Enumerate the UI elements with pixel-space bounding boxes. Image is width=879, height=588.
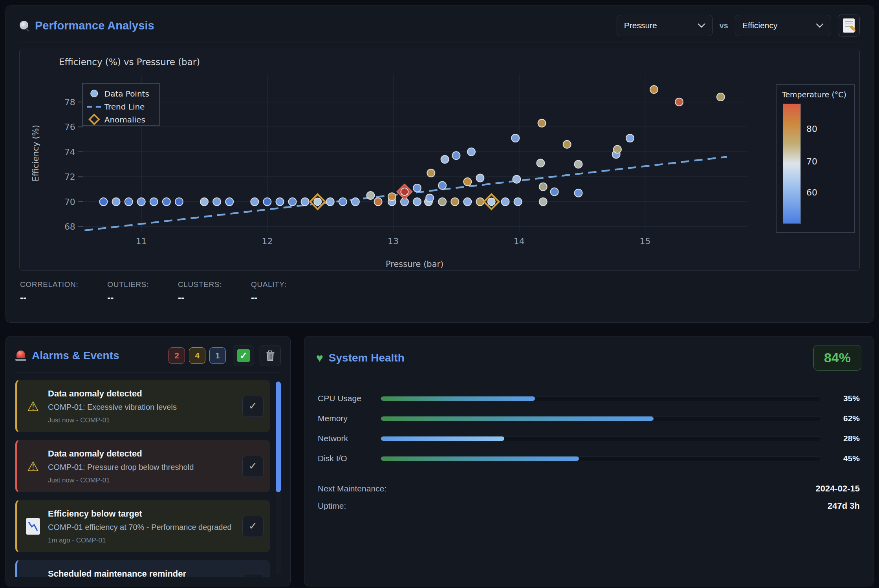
scrollbar-thumb[interactable] <box>276 382 281 492</box>
x-axis-select[interactable]: Pressure <box>617 15 713 36</box>
svg-text:70: 70 <box>64 197 75 207</box>
metric-progress-track <box>381 436 821 441</box>
system-health-panel: ♥ System Health 84% CPU Usage35%Memory62… <box>304 336 874 586</box>
axis-controls: Pressure vs Efficiency ✎ <box>617 15 860 37</box>
y-axis-select[interactable]: Efficiency <box>735 15 831 36</box>
system-health-title-label: System Health <box>329 352 405 364</box>
temperature-colorbar: Temperature (°C) 807060 <box>776 84 855 233</box>
alarms-panel: Alarms & Events 2 4 1 ✓ <box>5 336 291 586</box>
info-label: Next Maintenance: <box>318 484 386 493</box>
health-metric-row: Network28% <box>318 434 860 443</box>
svg-text:11: 11 <box>136 236 147 246</box>
svg-text:Trend Line: Trend Line <box>104 102 145 111</box>
svg-text:Pressure (bar): Pressure (bar) <box>386 259 443 269</box>
chevron-down-icon <box>698 23 705 28</box>
acknowledge-button[interactable]: ✓ <box>242 456 264 477</box>
siren-icon <box>15 351 26 361</box>
y-axis-select-value: Efficiency <box>742 21 778 30</box>
warning-triangle-icon: ⚠ <box>24 400 42 413</box>
warning-count-badge[interactable]: 4 <box>189 347 205 364</box>
dashboard-page: Performance Analysis Pressure vs Efficie… <box>0 0 879 588</box>
alarm-body: Data anomaly detectedCOMP-01: Excessive … <box>48 388 236 424</box>
check-box-icon: ✓ <box>237 349 250 362</box>
stat-clusters: CLUSTERS: -- <box>178 280 222 303</box>
health-metric-row: Memory62% <box>318 414 860 423</box>
health-metrics: CPU Usage35%Memory62%Network28%Disk I/O4… <box>316 394 861 463</box>
system-health-title: ♥ System Health <box>316 351 405 365</box>
chart-decreasing-icon <box>24 518 42 535</box>
metric-label: Network <box>318 434 377 443</box>
svg-text:14: 14 <box>514 236 525 246</box>
health-info: Next Maintenance: 2024-02-15 Uptime: 247… <box>316 484 861 511</box>
memo-icon: ✎ <box>843 18 855 33</box>
alarm-item[interactable]: Efficiency below targetCOMP-01 efficienc… <box>15 500 270 552</box>
svg-text:78: 78 <box>64 97 75 107</box>
report-button[interactable]: ✎ <box>838 15 860 37</box>
alarm-item[interactable]: ⚠Data anomaly detectedCOMP-01: Excessive… <box>15 380 270 432</box>
acknowledge-all-button[interactable]: ✓ <box>233 345 254 366</box>
svg-text:68: 68 <box>64 222 75 232</box>
alarm-title: Efficiency below target <box>48 509 236 519</box>
acknowledge-button[interactable]: ✓ <box>242 396 264 417</box>
health-score-badge: 84% <box>813 345 861 371</box>
vs-label: vs <box>720 21 728 30</box>
metric-progress-fill <box>381 457 579 461</box>
svg-text:74: 74 <box>64 147 75 157</box>
svg-text:Efficiency (%): Efficiency (%) <box>31 125 40 181</box>
alarm-message: COMP-01: Excessive vibration levels <box>48 402 236 413</box>
metric-label: CPU Usage <box>318 394 377 403</box>
metric-value: 45% <box>831 454 860 463</box>
metric-progress-fill <box>381 416 654 421</box>
alarm-list-scrollbar <box>276 381 281 575</box>
alarm-item[interactable]: ⚠Data anomaly detectedCOMP-01: Pressure … <box>15 440 270 492</box>
alarm-timestamp: Just now - COMP-01 <box>48 477 236 484</box>
alarm-title: Data anomaly detected <box>48 389 236 399</box>
next-maintenance-row: Next Maintenance: 2024-02-15 <box>318 484 860 494</box>
performance-title-label: Performance Analysis <box>35 19 154 32</box>
uptime-row: Uptime: 247d 3h <box>318 501 860 511</box>
svg-text:13: 13 <box>388 236 399 246</box>
alarms-header: Alarms & Events 2 4 1 ✓ <box>15 343 281 373</box>
alarms-title-label: Alarms & Events <box>32 349 119 362</box>
stat-label: CORRELATION: <box>20 280 78 289</box>
stat-value: -- <box>251 292 286 303</box>
critical-count-badge[interactable]: 2 <box>168 347 185 364</box>
green-heart-icon: ♥ <box>316 351 323 365</box>
metric-value: 35% <box>831 394 860 403</box>
stat-label: CLUSTERS: <box>178 280 222 289</box>
acknowledge-button[interactable]: ✓ <box>242 573 264 577</box>
svg-text:76: 76 <box>64 122 75 132</box>
acknowledge-button[interactable]: ✓ <box>242 516 264 537</box>
metric-progress-fill <box>381 396 535 401</box>
stat-outliers: OUTLIERS: -- <box>107 280 149 303</box>
metric-progress-track <box>381 456 821 461</box>
svg-text:15: 15 <box>640 236 651 246</box>
alarm-timestamp: 1m ago - COMP-01 <box>48 537 236 544</box>
analysis-stats-row: CORRELATION: -- OUTLIERS: -- CLUSTERS: -… <box>19 280 860 303</box>
x-axis-select-value: Pressure <box>624 21 657 30</box>
performance-analysis-panel: Performance Analysis Pressure vs Efficie… <box>5 5 874 323</box>
clear-alarms-button[interactable] <box>260 345 281 366</box>
stat-label: OUTLIERS: <box>107 280 149 289</box>
alarm-body: Data anomaly detectedCOMP-01: Pressure d… <box>48 448 236 484</box>
colorbar-title: Temperature (°C) <box>782 90 849 99</box>
search-icon <box>19 20 29 31</box>
alarm-title: Data anomaly detected <box>48 449 236 459</box>
health-metric-row: Disk I/O45% <box>318 454 860 463</box>
metric-value: 62% <box>831 414 860 423</box>
alarm-item[interactable]: Scheduled maintenance reminder✓ <box>15 560 270 577</box>
performance-header: Performance Analysis Pressure vs Efficie… <box>19 12 860 42</box>
svg-text:72: 72 <box>64 172 75 182</box>
health-metric-row: CPU Usage35% <box>318 394 860 403</box>
info-value: 247d 3h <box>828 501 860 511</box>
svg-text:Efficiency (%) vs Pressure (ba: Efficiency (%) vs Pressure (bar) <box>59 57 200 67</box>
stat-quality: QUALITY: -- <box>251 280 286 303</box>
performance-title: Performance Analysis <box>19 19 154 32</box>
alarm-count-badges: 2 4 1 <box>168 347 226 364</box>
scatter-chart-card: 6870727476781112131415Efficiency (%) vs … <box>19 49 860 271</box>
svg-text:12: 12 <box>262 236 273 246</box>
info-count-badge[interactable]: 1 <box>209 347 226 364</box>
metric-label: Disk I/O <box>318 454 377 463</box>
colorbar-tick-label: 80 <box>806 124 817 134</box>
alarm-timestamp: Just now - COMP-01 <box>48 416 236 424</box>
